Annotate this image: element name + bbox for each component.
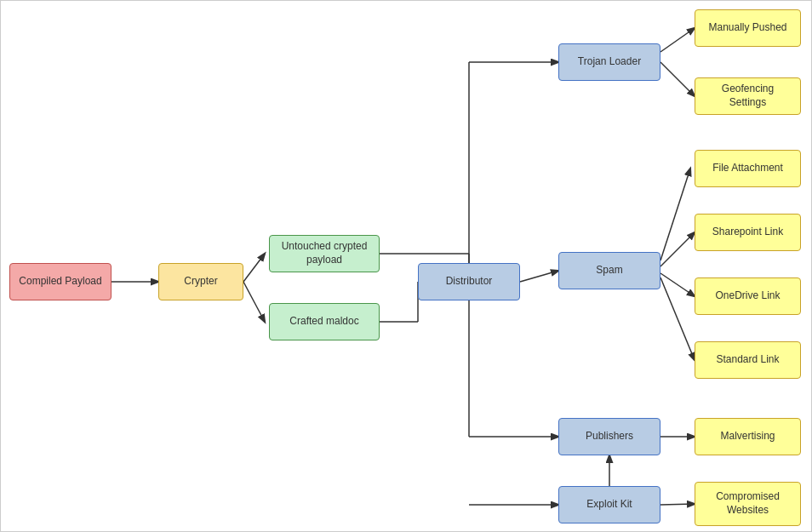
crafted-maldoc-node: Crafted maldoc [269, 303, 380, 340]
svg-line-15 [660, 62, 695, 96]
onedrive-link-node: OneDrive Link [695, 277, 801, 315]
crypter-node: Crypter [158, 263, 243, 300]
diagram-container: Compiled Payload Crypter Untouched crypt… [0, 0, 812, 532]
svg-line-14 [660, 28, 695, 52]
svg-line-16 [660, 169, 690, 260]
connectors-svg [1, 1, 811, 531]
compromised-websites-node: Compromised Websites [695, 482, 801, 526]
svg-line-9 [520, 271, 558, 282]
trojan-loader-node: Trojan Loader [558, 43, 660, 81]
svg-line-17 [660, 232, 695, 266]
svg-line-19 [660, 277, 695, 360]
file-attachment-node: File Attachment [695, 150, 801, 187]
sharepoint-link-node: Sharepoint Link [695, 214, 801, 251]
untouched-node: Untouched crypted payload [269, 235, 380, 272]
spam-node: Spam [558, 252, 660, 289]
svg-line-18 [660, 273, 695, 296]
compiled-payload-node: Compiled Payload [9, 263, 112, 300]
manually-pushed-node: Manually Pushed [695, 9, 801, 47]
svg-line-2 [243, 282, 265, 322]
exploit-kit-node: Exploit Kit [558, 486, 660, 523]
distributor-node: Distributor [418, 263, 520, 300]
svg-line-1 [243, 254, 265, 282]
malvertising-node: Malvertising [695, 418, 801, 455]
svg-line-21 [660, 504, 695, 505]
geofencing-node: Geofencing Settings [695, 77, 801, 115]
publishers-node: Publishers [558, 418, 660, 455]
standard-link-node: Standard Link [695, 341, 801, 379]
